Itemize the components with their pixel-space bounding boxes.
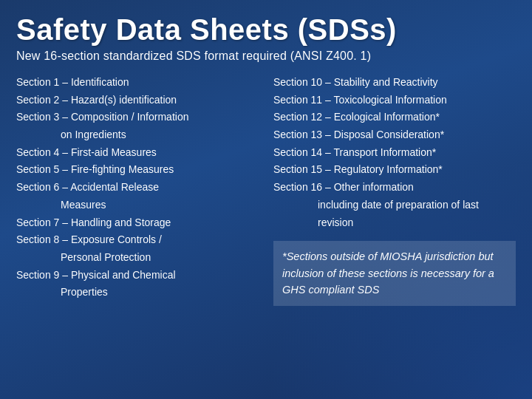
left-section-item: Section 6 – Accidental Release xyxy=(16,180,259,196)
right-section-item: Section 12 – Ecological Information* xyxy=(273,109,516,126)
left-section-item: Section 5 – Fire-fighting Measures xyxy=(16,162,259,178)
right-section-item: Section 16 – Other information xyxy=(273,180,516,196)
page-title: Safety Data Sheets (SDSs) xyxy=(16,13,516,47)
miosha-note: *Sections outside of MIOSHA jurisdiction… xyxy=(273,241,516,305)
left-section-item: Section 2 – Hazard(s) identification xyxy=(16,92,259,109)
left-section-item: on Ingredients xyxy=(16,127,259,143)
left-section-item: Section 7 – Handling and Storage xyxy=(16,215,259,231)
right-section-item: revision xyxy=(273,215,516,231)
left-section-item: Section 9 – Physical and Chemical xyxy=(16,267,259,284)
left-section-item: Properties xyxy=(16,284,259,301)
content-area: Section 1 – IdentificationSection 2 – Ha… xyxy=(16,75,516,306)
right-section-item: including date of preparation of last xyxy=(273,197,516,214)
right-section-item: Section 13 – Disposal Consideration* xyxy=(273,127,516,143)
left-section-item: Section 4 – First-aid Measures xyxy=(16,145,259,161)
left-column: Section 1 – IdentificationSection 2 – Ha… xyxy=(16,75,259,306)
right-column: Section 10 – Stability and ReactivitySec… xyxy=(273,75,516,306)
right-section-item: Section 11 – Toxicological Information xyxy=(273,92,516,109)
main-container: Safety Data Sheets (SDSs) New 16-section… xyxy=(0,0,532,316)
left-section-item: Personal Protection xyxy=(16,250,259,266)
left-section-item: Section 3 – Composition / Information xyxy=(16,109,259,126)
left-section-item: Measures xyxy=(16,197,259,214)
left-section-item: Section 1 – Identification xyxy=(16,75,259,91)
right-section-item: Section 10 – Stability and Reactivity xyxy=(273,75,516,91)
page-subtitle: New 16-section standardized SDS format r… xyxy=(16,50,516,63)
right-section-item: Section 15 – Regulatory Information* xyxy=(273,162,516,178)
left-section-item: Section 8 – Exposure Controls / xyxy=(16,232,259,248)
right-section-item: Section 14 – Transport Information* xyxy=(273,145,516,161)
